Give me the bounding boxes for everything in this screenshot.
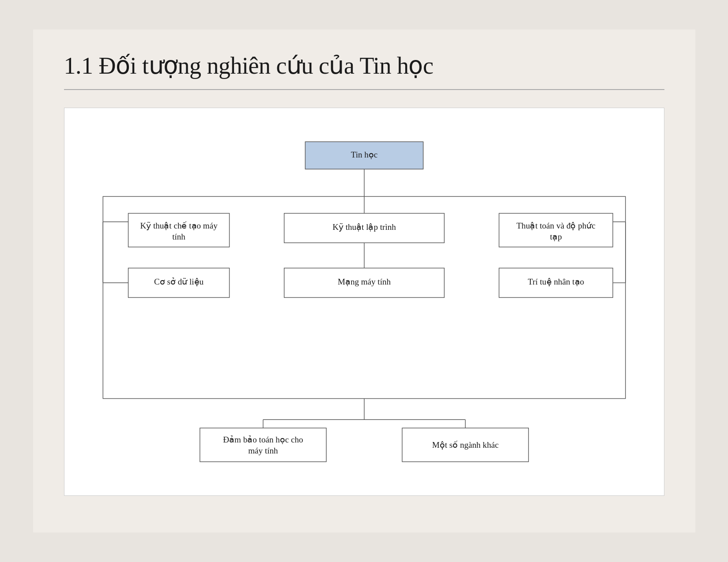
ky-thuat-lap-trinh-label: Kỹ thuật lập trình bbox=[332, 222, 396, 232]
title-divider bbox=[64, 89, 664, 90]
mot-so-nganh-label: Một số ngành khác bbox=[432, 440, 498, 449]
slide-title: 1.1 Đối tượng nghiên cứu của Tin học bbox=[64, 52, 664, 79]
thuat-toan-label2: tạp bbox=[550, 232, 562, 241]
dam-bao-toan-hoc-node bbox=[200, 428, 326, 461]
root-node-label: Tin học bbox=[351, 150, 377, 159]
co-so-du-lieu-label: Cơ sở dữ liệu bbox=[154, 277, 204, 286]
ky-thuat-che-tao-label2: tính bbox=[172, 232, 185, 241]
thuat-toan-label: Thuật toán và độ phức bbox=[516, 221, 595, 230]
diagram-svg: Tin học Kỹ thuật lập trình Kỹ thuật chế … bbox=[78, 121, 651, 482]
dam-bao-toan-hoc-label2: máy tính bbox=[248, 446, 278, 455]
mang-may-tinh-label: Mạng máy tính bbox=[337, 277, 391, 286]
diagram-container: Tin học Kỹ thuật lập trình Kỹ thuật chế … bbox=[64, 108, 664, 496]
ky-thuat-che-tao-label: Kỹ thuật chế tạo máy bbox=[140, 221, 218, 230]
slide: 1.1 Đối tượng nghiên cứu của Tin học Tin… bbox=[33, 30, 695, 532]
tri-tue-label: Trí tuệ nhân tạo bbox=[528, 277, 584, 286]
dam-bao-toan-hoc-label: Đảm bảo toán học cho bbox=[223, 435, 303, 444]
